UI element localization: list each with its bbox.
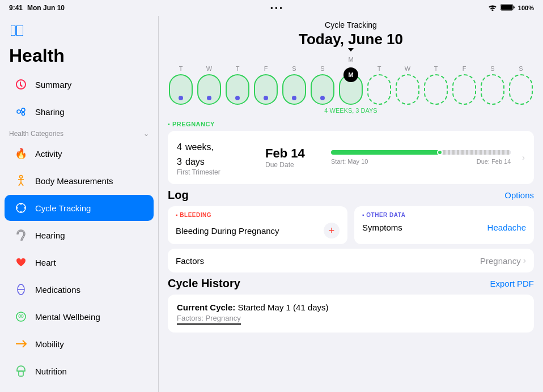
nutrition-icon — [14, 364, 28, 378]
pregnancy-end: Due: Feb 14 — [477, 158, 511, 165]
summary-icon — [14, 77, 28, 92]
log-other-col: ▪ OTHER DATA Symptoms Headache — [354, 206, 534, 244]
summary-label: Summary — [35, 80, 71, 90]
cal-day-8[interactable]: T — [366, 65, 392, 105]
sidebar-item-summary[interactable]: Summary — [5, 71, 154, 97]
page-title: Cycle Tracking — [170, 20, 532, 29]
pregnancy-card[interactable]: 4 weeks, 3 days First Trimester Feb 14 D… — [168, 131, 534, 184]
sidebar-item-heart[interactable]: Heart — [5, 249, 154, 275]
cal-day-9[interactable]: W — [394, 65, 421, 105]
log-options-button[interactable]: Options — [504, 190, 534, 200]
dot1: • — [270, 4, 273, 12]
sidebar-item-respiratory[interactable]: Respiratory — [5, 385, 154, 392]
pregnancy-due: Feb 14 Due Date — [265, 146, 322, 169]
bleeding-header: ▪ BLEEDING — [176, 212, 340, 218]
cal-dot-4 — [264, 96, 268, 100]
preg-days-unit: days — [185, 157, 205, 167]
cal-day-2[interactable]: W — [196, 65, 222, 105]
cal-oval-6[interactable] — [311, 74, 334, 105]
svg-point-4 — [17, 110, 20, 113]
pregnancy-section-label: ▪ PREGNANCY — [168, 121, 534, 127]
pregnancy-due-label: Due Date — [265, 161, 322, 169]
mobility-icon — [14, 336, 28, 351]
cal-oval-today[interactable]: M — [339, 74, 363, 105]
pregnancy-chevron-icon: › — [522, 153, 525, 162]
sidebar-item-sharing[interactable]: Sharing — [5, 99, 154, 125]
status-bar-center: • • • — [270, 4, 282, 12]
hearing-icon — [14, 228, 28, 242]
cal-day-3[interactable]: T — [224, 65, 251, 105]
pregnancy-date-range: Start: May 10 Due: Feb 14 — [331, 158, 511, 165]
bleeding-row: Bleeding During Pregnancy + — [176, 223, 340, 238]
pregnancy-trimester: First Trimester — [177, 168, 256, 176]
cycle-icon — [14, 201, 28, 215]
sidebar-item-medications[interactable]: Medications — [5, 276, 154, 302]
sidebar-item-hearing[interactable]: Hearing — [5, 222, 154, 248]
sidebar-item-mobility[interactable]: Mobility — [5, 331, 154, 357]
log-header: Log Options — [168, 189, 534, 202]
cal-day-12[interactable]: S — [480, 65, 506, 105]
factors-right: Pregnancy › — [480, 255, 526, 266]
sidebar-item-nutrition[interactable]: Nutrition — [5, 358, 154, 384]
svg-point-18 — [24, 207, 26, 209]
cal-day-4[interactable]: F — [253, 65, 279, 105]
cal-oval-12[interactable] — [481, 74, 504, 105]
pregnancy-progress-bar — [331, 150, 511, 155]
pregnancy-due-date: Feb 14 — [265, 146, 322, 161]
pregnancy-weeks: 4 weeks, 3 days First Trimester — [177, 139, 256, 176]
sidebar-item-cycle[interactable]: Cycle Tracking — [5, 195, 154, 221]
nutrition-label: Nutrition — [35, 367, 67, 376]
cal-dot-3 — [235, 96, 240, 100]
sidebar-item-body[interactable]: Body Measurements — [5, 168, 154, 194]
symptoms-value[interactable]: Headache — [487, 223, 526, 232]
cycle-history-title: Cycle History — [168, 277, 240, 290]
cycle-label: Cycle Tracking — [35, 203, 91, 213]
cal-oval-9[interactable] — [396, 74, 419, 105]
svg-line-13 — [21, 182, 23, 186]
bleeding-add-button[interactable]: + — [324, 223, 340, 238]
factors-row[interactable]: Factors Pregnancy › — [168, 249, 534, 272]
cal-oval-1[interactable] — [169, 74, 193, 105]
app-title: Health — [0, 43, 158, 71]
cal-day-5[interactable]: S — [281, 65, 307, 105]
cal-day-10[interactable]: T — [423, 65, 449, 105]
preg-weeks-unit: weeks, — [185, 142, 214, 152]
cal-oval-2[interactable] — [197, 74, 221, 105]
cal-day-today[interactable]: M M — [338, 56, 364, 105]
cal-day-11[interactable]: F — [451, 65, 477, 105]
cal-oval-8[interactable] — [367, 74, 391, 105]
cal-oval-11[interactable] — [452, 74, 476, 105]
cal-day-1[interactable]: T — [168, 65, 194, 105]
wifi-icon — [488, 4, 497, 12]
cal-oval-10[interactable] — [424, 74, 448, 105]
svg-point-6 — [22, 113, 25, 116]
factors-value: Pregnancy — [480, 256, 521, 266]
sidebar-item-mental[interactable]: Mental Wellbeing — [5, 304, 154, 330]
factors-chevron-icon: › — [523, 255, 526, 266]
body-label: Body Measurements — [35, 176, 113, 186]
cal-dot-6 — [320, 96, 325, 100]
sidebar-item-activity[interactable]: 🔥 Activity — [5, 140, 154, 167]
cycle-current: Current Cycle: Started May 1 (41 days) — [177, 302, 525, 312]
categories-chevron[interactable]: ⌄ — [143, 130, 149, 138]
categories-label: Health Categories — [9, 130, 63, 138]
cal-day-13[interactable]: S — [508, 65, 534, 105]
cal-oval-4[interactable] — [254, 74, 278, 105]
pregnancy-fill — [331, 150, 439, 155]
cal-oval-13[interactable] — [509, 74, 533, 105]
app-container: Health Summary Sharing Health Categories… — [0, 16, 543, 392]
export-pdf-button[interactable]: Export PDF — [490, 279, 534, 288]
factors-label: Factors — [176, 256, 204, 266]
sidebar-toggle-button[interactable] — [9, 23, 25, 39]
sidebar: Health Summary Sharing Health Categories… — [0, 16, 159, 392]
cal-oval-5[interactable] — [282, 74, 306, 105]
cal-oval-3[interactable] — [226, 74, 249, 105]
pregnancy-weeks-num: 4 weeks, — [177, 139, 256, 154]
cal-day-6[interactable]: S — [309, 65, 336, 105]
heart-label: Heart — [35, 258, 56, 267]
cycle-history-card[interactable]: Current Cycle: Started May 1 (41 days) F… — [168, 295, 534, 333]
svg-rect-3 — [16, 25, 23, 36]
log-section: Log Options ▪ BLEEDING Bleeding During P… — [168, 189, 534, 272]
svg-point-9 — [20, 176, 23, 178]
sidebar-top — [0, 16, 158, 43]
